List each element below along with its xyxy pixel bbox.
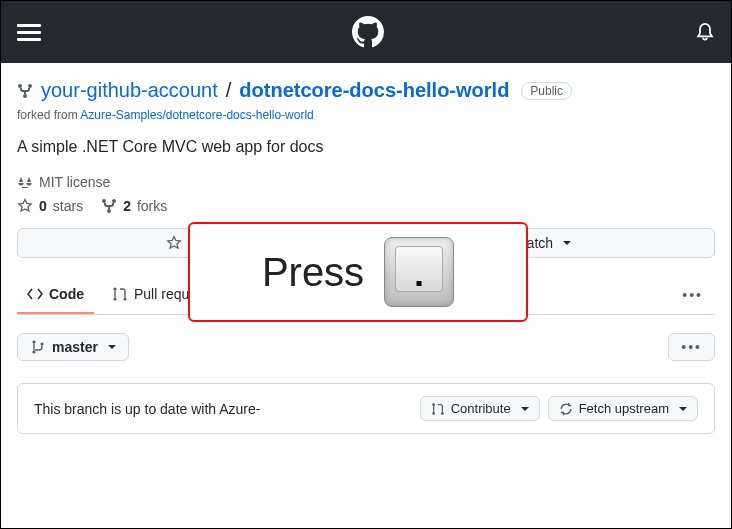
scale-icon: [17, 174, 33, 190]
fetch-upstream-button[interactable]: Fetch upstream: [548, 396, 698, 421]
github-logo-icon[interactable]: [352, 16, 384, 48]
svg-point-1: [113, 297, 116, 300]
press-key-callout: Press: [188, 222, 528, 322]
repo-header: your-github-account / dotnetcore-docs-he…: [17, 79, 715, 102]
repo-name-link[interactable]: dotnetcore-docs-hello-world: [239, 79, 509, 101]
star-icon: [17, 198, 33, 214]
repo-description: A simple .NET Core MVC web app for docs: [17, 138, 715, 156]
visibility-badge: Public: [521, 82, 572, 100]
notifications-bell-icon[interactable]: [695, 22, 715, 42]
forked-from-link[interactable]: Azure-Samples/dotnetcore-docs-hello-worl…: [80, 108, 313, 122]
svg-point-10: [441, 411, 444, 414]
branch-select-button[interactable]: master: [17, 333, 129, 361]
branch-status-box: This branch is up to date with Azure- Co…: [17, 383, 715, 434]
svg-point-2: [123, 297, 126, 300]
stars-label: stars: [53, 198, 83, 214]
stars-item[interactable]: 0 stars: [17, 198, 83, 214]
license-label: MIT license: [39, 174, 110, 190]
fork-icon: [101, 198, 117, 214]
callout-label: Press: [262, 250, 364, 295]
star-icon: [166, 235, 182, 251]
license-item[interactable]: MIT license: [17, 174, 110, 190]
svg-point-5: [32, 340, 35, 343]
svg-point-0: [113, 287, 116, 290]
branch-icon: [30, 339, 46, 355]
forks-count: 2: [123, 198, 131, 214]
forks-item[interactable]: 2 forks: [101, 198, 167, 214]
branch-name: master: [52, 339, 98, 355]
stars-count: 0: [39, 198, 47, 214]
tab-code[interactable]: Code: [17, 276, 94, 314]
svg-point-8: [432, 403, 435, 406]
repo-owner-link[interactable]: your-github-account: [41, 79, 218, 102]
repo-fork-icon: [17, 83, 33, 99]
top-navbar: [1, 1, 731, 63]
period-key-icon: [384, 237, 454, 307]
more-actions-button[interactable]: •••: [668, 333, 715, 361]
pull-request-icon: [431, 402, 445, 416]
tabs-more-button[interactable]: •••: [670, 279, 715, 311]
repo-separator: /: [226, 79, 232, 102]
forked-from: forked from Azure-Samples/dotnetcore-doc…: [17, 108, 715, 122]
forks-label: forks: [137, 198, 167, 214]
svg-point-6: [32, 350, 35, 353]
svg-point-9: [432, 411, 435, 414]
menu-icon[interactable]: [17, 20, 41, 44]
sync-icon: [559, 402, 573, 416]
branch-status-text: This branch is up to date with Azure-: [34, 401, 412, 417]
contribute-button[interactable]: Contribute: [420, 396, 540, 421]
svg-point-7: [40, 342, 43, 345]
